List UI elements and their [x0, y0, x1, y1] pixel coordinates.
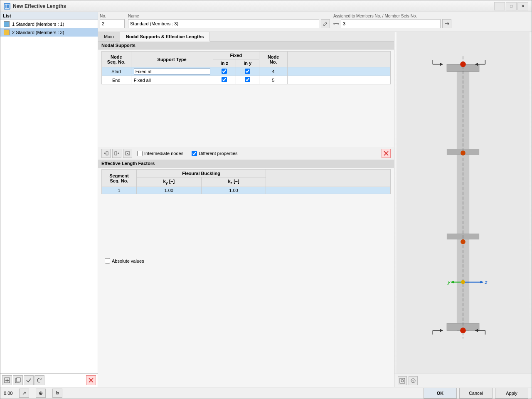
col-empty-eff	[266, 170, 391, 187]
table-row[interactable]: End Fixed all 5	[102, 76, 391, 84]
cell-support-1[interactable]	[131, 67, 213, 76]
apply-button[interactable]: Apply	[495, 388, 528, 399]
copy-list-button[interactable]	[13, 375, 23, 385]
table-row[interactable]: Start 4	[102, 67, 391, 76]
nodal-add-before-button[interactable]	[101, 149, 111, 158]
list-item-2[interactable]: 2 Standard (Members : 3)	[0, 28, 98, 37]
svg-text:z: z	[484, 279, 487, 285]
col-fixed-y: in y	[236, 59, 259, 67]
column-visualization: y z	[394, 32, 532, 387]
nodal-supports-table-wrapper: Node Seq. No. Support Type Fixed Node No…	[98, 49, 394, 86]
svg-point-35	[460, 328, 466, 333]
svg-point-12	[337, 23, 339, 25]
nodal-delete-button[interactable]	[123, 149, 132, 158]
refresh-list-button[interactable]	[34, 375, 44, 385]
no-input[interactable]	[100, 19, 125, 28]
new-list-button[interactable]	[2, 375, 12, 385]
bottom-empty-area	[98, 265, 394, 387]
absolute-values-label[interactable]: Absolute values	[105, 258, 144, 264]
window-controls: − □ ✕	[494, 2, 528, 10]
svg-rect-0	[5, 4, 9, 8]
absolute-values-checkbox[interactable]	[105, 258, 110, 264]
tab-nodal[interactable]: Nodal Supports & Effective Lengths	[120, 32, 210, 42]
close-section-button[interactable]	[382, 149, 391, 158]
checkbox-fixed-z-1[interactable]	[222, 69, 227, 74]
cell-empty-2	[288, 76, 391, 84]
support-type-input-1[interactable]	[134, 68, 210, 75]
tab-main[interactable]: Main	[98, 32, 120, 41]
intermediate-nodes-checkbox[interactable]	[137, 151, 143, 156]
status-btn-3[interactable]: fx	[52, 389, 62, 398]
cell-fixed-y-1	[236, 67, 259, 76]
cell-ky-1[interactable]: 1.00	[136, 187, 201, 194]
checkbox-fixed-y-2[interactable]	[245, 77, 250, 82]
cell-fixed-z-2	[213, 76, 236, 84]
close-button[interactable]: ✕	[517, 2, 528, 10]
list-item-label-2: 2 Standard (Members : 3)	[12, 30, 64, 35]
checkbox-fixed-y-1[interactable]	[245, 69, 250, 74]
name-input[interactable]	[128, 19, 319, 28]
list-item-1[interactable]: 1 Standard (Members : 1)	[0, 20, 98, 28]
status-btn-2[interactable]: ⊕	[36, 389, 46, 398]
svg-point-11	[333, 23, 335, 25]
svg-point-33	[461, 150, 466, 155]
absolute-values-row: Absolute values	[98, 256, 394, 265]
svg-rect-17	[115, 152, 117, 155]
col-flexural-buckling: Flexural Buckling	[136, 170, 266, 177]
cancel-button[interactable]: Cancel	[459, 388, 493, 399]
cell-seg-seq-1: 1	[102, 187, 137, 194]
col-kz: kz [–]	[201, 177, 266, 187]
check-list-button[interactable]	[24, 375, 34, 385]
delete-list-button[interactable]	[86, 375, 96, 385]
eff-length-header: Effective Length Factors	[98, 160, 394, 167]
name-edit-button[interactable]	[321, 19, 330, 28]
svg-rect-20	[126, 152, 130, 155]
different-properties-label[interactable]: Different properties	[192, 151, 237, 156]
svg-text:?: ?	[412, 379, 414, 383]
tab-bar: Main Nodal Supports & Effective Lengths	[98, 32, 394, 42]
col-node-no: Node No.	[259, 52, 288, 67]
maximize-button[interactable]: □	[506, 2, 517, 10]
app-icon	[4, 3, 10, 10]
main-window: New Effective Lengths − □ ✕ List 1 Stand…	[0, 0, 532, 399]
cell-empty-1	[288, 67, 391, 76]
col-fixed-group: Fixed	[213, 52, 259, 59]
eff-length-table-wrapper: Segment Seq. No. Flexural Buckling ky [–…	[98, 167, 394, 195]
col-empty	[288, 52, 391, 67]
checkbox-fixed-z-2[interactable]	[222, 77, 227, 82]
nodal-table-spacer	[98, 86, 394, 147]
status-value-1: 0.00	[4, 391, 12, 396]
member-icon	[333, 21, 339, 27]
preview-btn-2[interactable]: ?	[409, 376, 418, 385]
footer-buttons: OK Cancel Apply	[424, 388, 528, 399]
svg-text:y: y	[447, 279, 451, 285]
title-bar: New Effective Lengths − □ ✕	[0, 0, 532, 12]
window-title: New Effective Lengths	[13, 3, 494, 9]
assigned-group: Assigned to Members No. / Member Sets No…	[333, 14, 530, 30]
nodal-supports-header: Nodal Supports	[98, 42, 394, 49]
assigned-input[interactable]	[341, 19, 441, 28]
intermediate-nodes-label[interactable]: Intermediate nodes	[137, 151, 183, 156]
no-label: No.	[100, 14, 125, 18]
eff-table-row[interactable]: 1 1.00 1.00	[102, 187, 391, 194]
status-btn-1[interactable]: ↗	[19, 389, 29, 398]
minimize-button[interactable]: −	[494, 2, 505, 10]
nodal-toolbar: Intermediate nodes Different properties	[98, 147, 394, 160]
no-group: No.	[100, 14, 125, 30]
preview-btn-1[interactable]	[398, 376, 407, 385]
status-bar: 0.00 ↗ ⊕ fx OK Cancel Apply	[0, 387, 532, 399]
info-bar: No. Name Assigned to Members No	[98, 12, 532, 32]
status-item-1: 0.00	[4, 391, 12, 396]
svg-point-54	[461, 280, 465, 284]
eff-table-spacer	[98, 196, 394, 256]
list-item-icon-1	[4, 21, 10, 27]
different-properties-checkbox[interactable]	[192, 151, 197, 156]
svg-point-56	[401, 379, 404, 382]
cell-fixed-z-1	[213, 67, 236, 76]
assigned-edit-button[interactable]	[442, 19, 451, 28]
col-node-seq: Node Seq. No.	[102, 52, 131, 67]
nodal-supports-table: Node Seq. No. Support Type Fixed Node No…	[101, 51, 391, 84]
ok-button[interactable]: OK	[424, 388, 457, 399]
nodal-add-after-button[interactable]	[112, 149, 121, 158]
cell-kz-1[interactable]: 1.00	[201, 187, 266, 194]
